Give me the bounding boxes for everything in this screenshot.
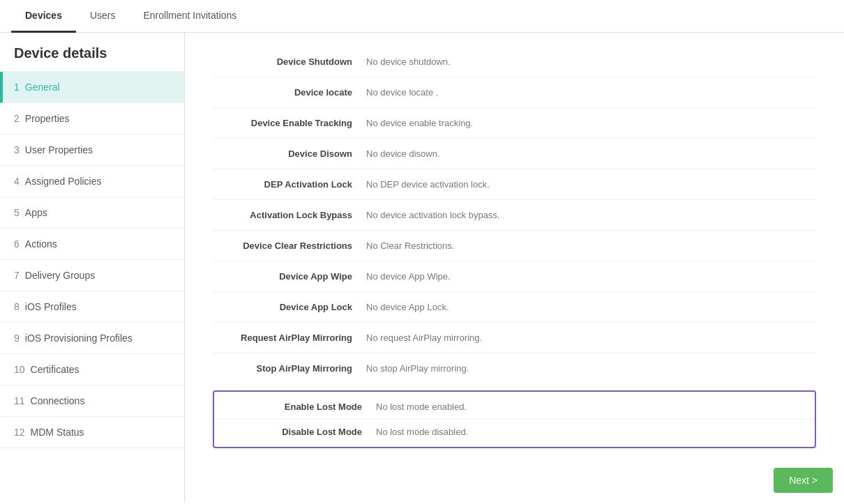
detail-value: No device enable tracking. [366,118,473,128]
detail-row: Device Enable Tracking No device enable … [213,108,816,139]
detail-label: Device App Lock [213,302,366,312]
sidebar-item-number: 8 [14,301,20,312]
sidebar-item-label: User Properties [25,144,93,155]
tab-users[interactable]: Users [76,0,130,33]
detail-label: Request AirPlay Mirroring [213,333,366,343]
sidebar-item-number: 11 [14,395,25,406]
detail-row: Device Disown No device disown. [213,139,816,169]
detail-row: Stop AirPlay Mirroring No stop AirPlay m… [213,353,816,383]
sidebar-item-apps[interactable]: 5 Apps [0,197,184,229]
sidebar-item-number: 4 [14,176,20,187]
sidebar-item-ios-provisioning-profiles[interactable]: 9 iOS Provisioning Profiles [0,323,184,354]
detail-row: Device App Wipe No device App Wipe. [213,261,816,292]
sidebar: Device details 1 General2 Properties3 Us… [0,33,185,503]
detail-label: Device Disown [213,148,366,159]
sidebar-item-mdm-status[interactable]: 12 MDM Status [0,417,184,448]
detail-value: No device App Lock. [366,302,449,312]
lost-mode-row: Disable Lost Mode No lost mode disabled. [214,420,815,444]
sidebar-item-number: 7 [14,270,20,281]
sidebar-item-label: Apps [25,207,47,218]
sidebar-item-delivery-groups[interactable]: 7 Delivery Groups [0,260,184,291]
sidebar-item-number: 10 [14,364,25,375]
lost-mode-label: Enable Lost Mode [223,402,376,412]
detail-label: Device Enable Tracking [213,118,366,128]
detail-value: No device shutdown. [366,56,451,67]
detail-value: No request AirPlay mirroring. [366,333,482,343]
sidebar-item-label: iOS Profiles [25,301,77,312]
sidebar-title: Device details [0,33,184,72]
detail-label: Device Clear Restrictions [213,240,366,251]
sidebar-item-actions[interactable]: 6 Actions [0,229,184,260]
lost-mode-row: Enable Lost Mode No lost mode enabled. [214,395,815,420]
detail-row: Activation Lock Bypass No device activat… [213,200,816,231]
lost-mode-label: Disable Lost Mode [223,427,376,437]
top-nav: Devices Users Enrollment Invitations [0,0,844,33]
detail-value: No device locate . [366,87,438,98]
sidebar-item-label: MDM Status [31,427,84,438]
sidebar-item-assigned-policies[interactable]: 4 Assigned Policies [0,166,184,197]
detail-value: No device App Wipe. [366,271,451,282]
detail-row: Device Shutdown No device shutdown. [213,47,816,77]
detail-value: No DEP device activation lock. [366,179,490,190]
sidebar-item-label: Delivery Groups [25,270,95,281]
sidebar-item-number: 2 [14,113,20,124]
sidebar-item-number: 3 [14,144,20,155]
content-area: Device Shutdown No device shutdown.Devic… [185,33,844,503]
detail-value: No Clear Restrictions. [366,240,454,251]
detail-value: No stop AirPlay mirroring. [366,363,469,374]
sidebar-item-label: iOS Provisioning Profiles [25,333,133,344]
sidebar-item-properties[interactable]: 2 Properties [0,103,184,135]
next-button[interactable]: Next > [774,468,833,493]
lost-mode-value: No lost mode disabled. [376,427,468,437]
sidebar-item-number: 6 [14,238,20,250]
detail-value: No device disown. [366,148,440,159]
tab-enrollment-invitations[interactable]: Enrollment Invitations [130,0,251,33]
detail-value: No device activation lock bypass. [366,210,499,220]
sidebar-item-number: 12 [14,427,25,438]
detail-label: Device locate [213,87,366,98]
sidebar-item-user-properties[interactable]: 3 User Properties [0,135,184,166]
sidebar-item-label: Properties [25,113,70,124]
detail-row: Device Clear Restrictions No Clear Restr… [213,231,816,261]
next-btn-container: Next > [774,468,833,493]
detail-row: DEP Activation Lock No DEP device activa… [213,169,816,200]
sidebar-item-certificates[interactable]: 10 Certificates [0,354,184,385]
detail-row: Device locate No device locate . [213,77,816,108]
lost-mode-value: No lost mode enabled. [376,402,467,412]
sidebar-item-connections[interactable]: 11 Connections [0,385,184,417]
detail-label: DEP Activation Lock [213,179,366,190]
detail-label: Stop AirPlay Mirroring [213,363,366,374]
detail-row: Request AirPlay Mirroring No request Air… [213,323,816,353]
sidebar-item-label: General [25,82,60,93]
main-container: Device details 1 General2 Properties3 Us… [0,33,844,503]
tab-devices[interactable]: Devices [11,0,76,33]
sidebar-item-label: Actions [25,238,57,250]
sidebar-item-general[interactable]: 1 General [0,72,184,103]
detail-row: Device App Lock No device App Lock. [213,292,816,323]
sidebar-item-label: Certificates [31,364,80,375]
sidebar-item-label: Connections [31,395,85,406]
detail-label: Activation Lock Bypass [213,210,366,220]
lost-mode-box: Enable Lost Mode No lost mode enabled.Di… [213,390,816,448]
sidebar-item-label: Assigned Policies [25,176,102,187]
sidebar-item-number: 1 [14,82,20,93]
sidebar-item-ios-profiles[interactable]: 8 iOS Profiles [0,291,184,323]
sidebar-item-number: 5 [14,207,20,218]
detail-label: Device Shutdown [213,56,366,67]
detail-label: Device App Wipe [213,271,366,282]
sidebar-item-number: 9 [14,333,20,344]
